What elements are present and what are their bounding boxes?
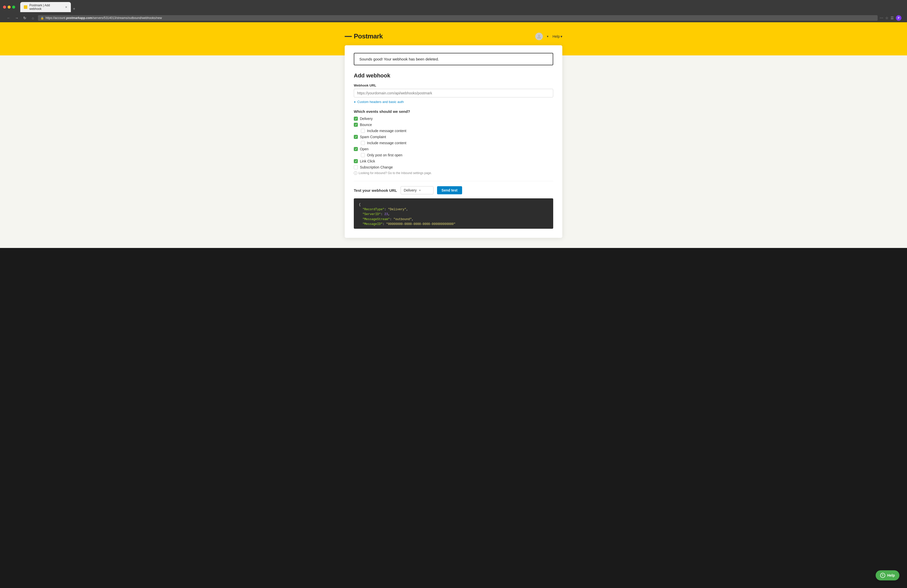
json-server-id-value: 23	[385, 213, 388, 216]
user-avatar[interactable]	[535, 33, 543, 40]
tabs-bar: Postmark | Add webhook ✕ +	[20, 2, 904, 12]
json-server-id-key: "ServerID"	[359, 213, 381, 216]
help-widget[interactable]: ? Help	[876, 570, 899, 580]
alert-message: Sounds good! Your webhook has been delet…	[359, 57, 439, 61]
white-content: Sounds good! Your webhook has been delet…	[0, 55, 907, 248]
url-protocol: https://account.	[46, 16, 66, 20]
bounce-checkbox[interactable]	[354, 123, 358, 127]
inbound-hint: i Looking for inbound? Go to the Inbound…	[354, 171, 553, 175]
back-button[interactable]: ←	[6, 16, 12, 20]
tab-title: Postmark | Add webhook	[29, 3, 62, 11]
webhook-url-label: Webhook URL	[354, 83, 553, 87]
delivery-label: Delivery	[360, 117, 373, 121]
header-nav: Postmark ▾ Help ▾	[340, 32, 567, 40]
subscription-label: Subscription Change	[360, 165, 393, 169]
spam-label: Spam Complaint	[360, 135, 386, 139]
dropdown-value: Delivery	[404, 188, 417, 192]
browser-toolbar: ← → ↻ ⌂ 🔒 https://account.postmarkapp.co…	[3, 14, 904, 22]
event-link-click-row: Link Click	[354, 159, 553, 163]
open-first-checkbox[interactable]	[361, 153, 365, 157]
url-path: /servers/5314013/streams/outbound/webhoo…	[92, 16, 162, 20]
help-widget-label: Help	[887, 573, 895, 577]
json-record-type-key: "RecordType"	[359, 208, 385, 211]
bounce-include-label: Include message content	[367, 129, 406, 133]
open-first-label: Only post on first open	[367, 153, 402, 157]
link-click-checkbox[interactable]	[354, 159, 358, 163]
minimize-window-button[interactable]	[8, 6, 11, 9]
spam-checkbox[interactable]	[354, 135, 358, 139]
event-subscription-row: Subscription Change	[354, 165, 553, 169]
page-content: Postmark ▾ Help ▾ Sounds good! Your webh…	[0, 22, 907, 588]
bookmark-button[interactable]: ☆	[885, 16, 889, 20]
fullscreen-window-button[interactable]	[12, 6, 15, 9]
browser-chrome: Postmark | Add webhook ✕ + ← → ↻ ⌂ 🔒 htt…	[0, 0, 907, 22]
security-icon: 🔒	[40, 16, 44, 20]
address-bar[interactable]: 🔒 https://account.postmarkapp.com/server…	[38, 15, 878, 21]
test-section: Test your webhook URL Delivery ▼ Send te…	[354, 181, 553, 194]
logo: Postmark	[345, 32, 383, 40]
tab-close-button[interactable]: ✕	[65, 6, 67, 9]
forward-button[interactable]: →	[14, 16, 20, 20]
json-message-stream-key: "MessageStream"	[359, 218, 390, 221]
chevron-right-icon: ►	[354, 101, 356, 103]
help-button[interactable]: Help ▾	[553, 34, 562, 38]
logo-text: Postmark	[354, 32, 383, 40]
send-test-button[interactable]: Send test	[437, 186, 462, 194]
dropdown-arrow-icon: ▼	[418, 189, 421, 192]
delivery-checkbox[interactable]	[354, 117, 358, 121]
browser-titlebar: Postmark | Add webhook ✕ +	[3, 2, 904, 12]
help-dropdown-arrow: ▾	[561, 34, 562, 38]
tab-favicon	[24, 5, 27, 9]
info-icon: i	[354, 171, 357, 175]
custom-headers-link[interactable]: ► Custom headers and basic auth	[354, 100, 553, 104]
test-label: Test your webhook URL	[354, 188, 397, 192]
open-label: Open	[360, 147, 369, 151]
json-preview: { "RecordType": "Delivery", "ServerID": …	[354, 199, 553, 229]
header-right: ▾ Help ▾	[535, 33, 562, 40]
link-click-label: Link Click	[360, 159, 375, 163]
browser-actions: ⋯ ☆ ☰ P	[880, 15, 901, 21]
subscription-checkbox[interactable]	[354, 165, 358, 169]
open-first-row: Only post on first open	[361, 153, 553, 157]
custom-headers-text: Custom headers and basic auth	[357, 100, 404, 104]
events-section-label: Which events should we send?	[354, 109, 553, 114]
svg-point-0	[538, 35, 540, 37]
more-button[interactable]: ☰	[891, 16, 894, 20]
bounce-include-checkbox[interactable]	[361, 129, 365, 133]
alert-banner: Sounds good! Your webhook has been delet…	[354, 53, 553, 65]
webhook-url-input[interactable]	[354, 89, 553, 98]
card-wrapper: Sounds good! Your webhook has been delet…	[340, 45, 567, 238]
url-domain: postmarkapp.com	[66, 16, 92, 20]
logo-icon	[345, 36, 352, 37]
home-button[interactable]: ⌂	[30, 16, 36, 20]
spam-include-label: Include message content	[367, 141, 406, 145]
test-event-dropdown[interactable]: Delivery ▼	[401, 186, 434, 194]
profile-icon[interactable]: P	[896, 15, 901, 21]
close-window-button[interactable]	[3, 6, 6, 9]
spam-include-checkbox[interactable]	[361, 141, 365, 145]
help-widget-icon: ?	[880, 573, 885, 578]
bounce-include-row: Include message content	[361, 129, 553, 133]
event-bounce-row: Bounce	[354, 123, 553, 127]
user-dropdown-arrow[interactable]: ▾	[547, 35, 548, 38]
bounce-label: Bounce	[360, 123, 372, 127]
json-message-id-key: "MessageID"	[359, 223, 383, 226]
help-label: Help	[553, 34, 560, 38]
inbound-hint-text: Looking for inbound? Go to the Inbound s…	[359, 171, 432, 175]
json-message-id-value: "00000000-0000-0000-0000-000000000000"	[386, 223, 455, 226]
extensions-button[interactable]: ⋯	[880, 16, 883, 20]
page-title: Add webhook	[354, 72, 553, 79]
event-delivery-row: Delivery	[354, 117, 553, 121]
json-record-type-value: "Delivery"	[388, 208, 406, 211]
spam-include-row: Include message content	[361, 141, 553, 145]
active-tab[interactable]: Postmark | Add webhook ✕	[20, 2, 71, 12]
json-open-brace: {	[359, 203, 361, 207]
main-card: Sounds good! Your webhook has been delet…	[345, 45, 562, 238]
event-open-row: Open	[354, 147, 553, 151]
open-checkbox[interactable]	[354, 147, 358, 151]
url-display: https://account.postmarkapp.com/servers/…	[46, 16, 162, 20]
new-tab-button[interactable]: +	[72, 6, 76, 12]
traffic-lights	[3, 6, 15, 9]
reload-button[interactable]: ↻	[22, 16, 28, 20]
event-spam-row: Spam Complaint	[354, 135, 553, 139]
